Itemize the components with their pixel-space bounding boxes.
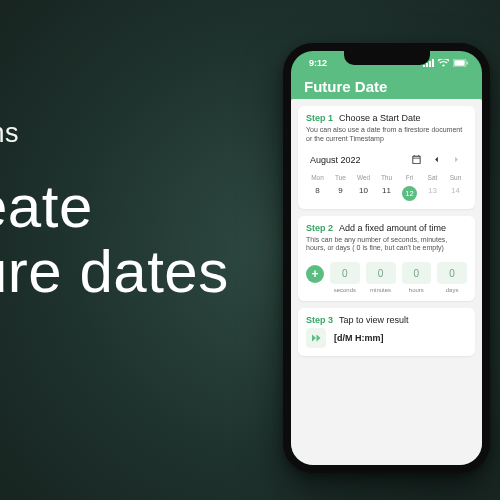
calendar-day-selected[interactable]: 12: [398, 186, 421, 201]
background-headline: ons eate ure dates: [0, 118, 229, 305]
status-time: 9:12: [309, 58, 327, 68]
fast-forward-icon[interactable]: [306, 328, 326, 348]
step2-title: Add a fixed amount of time: [339, 223, 446, 233]
step2-label: Step 2: [306, 223, 333, 233]
step1-title: Choose a Start Date: [339, 113, 421, 123]
days-label: days: [446, 287, 459, 293]
background-subtitle: ons: [0, 118, 229, 149]
calendar-day[interactable]: 14: [444, 186, 467, 201]
minutes-label: minutes: [370, 287, 391, 293]
background-headline-line2: ure dates: [0, 240, 229, 305]
step1-description: You can also use a date from a firestore…: [306, 126, 467, 144]
seconds-field: 0 seconds: [330, 262, 360, 293]
phone-frame: 9:12 Future Date Step: [283, 43, 490, 473]
promo-stage: ons eate ure dates 9:12: [0, 0, 500, 500]
calendar-dow: Fri: [398, 174, 421, 181]
result-format: [d/M H:mm]: [334, 333, 384, 343]
hours-field: 0 hours: [402, 262, 432, 293]
calendar-day[interactable]: 11: [375, 186, 398, 201]
calendar-dow: Sun: [444, 174, 467, 181]
calendar-header: August 2022: [306, 153, 467, 167]
seconds-label: seconds: [334, 287, 356, 293]
calendar-month-label: August 2022: [310, 155, 361, 165]
step3-label: Step 3: [306, 315, 333, 325]
result-row: [d/M H:mm]: [306, 328, 467, 348]
step1-card: Step 1 Choose a Start Date You can also …: [298, 106, 475, 209]
days-input[interactable]: 0: [437, 262, 467, 284]
minutes-field: 0 minutes: [366, 262, 396, 293]
step2-description: This can be any number of seconds, minut…: [306, 236, 467, 254]
phone-notch: [344, 51, 430, 65]
hours-input[interactable]: 0: [402, 262, 432, 284]
step2-card: Step 2 Add a fixed amount of time This c…: [298, 216, 475, 302]
calendar-day[interactable]: 10: [352, 186, 375, 201]
content-area: Step 1 Choose a Start Date You can also …: [291, 99, 482, 465]
battery-icon: [453, 59, 469, 67]
calendar-grid: Mon Tue Wed Thu Fri Sat Sun 8 9 10 11 12…: [306, 174, 467, 201]
calendar-day[interactable]: 8: [306, 186, 329, 201]
calendar-dow: Thu: [375, 174, 398, 181]
days-field: 0 days: [437, 262, 467, 293]
background-headline-line1: eate: [0, 175, 229, 240]
calendar-day[interactable]: 9: [329, 186, 352, 201]
calendar-picker-icon[interactable]: [409, 153, 423, 167]
step1-label: Step 1: [306, 113, 333, 123]
svg-rect-1: [454, 60, 464, 65]
plus-icon[interactable]: +: [306, 265, 324, 283]
hours-label: hours: [409, 287, 424, 293]
time-units-row: + 0 seconds 0 minutes 0 hours: [306, 262, 467, 293]
wifi-icon: [438, 59, 449, 67]
step3-title: Tap to view result: [339, 315, 409, 325]
calendar-prev-icon[interactable]: [429, 153, 443, 167]
calendar-dow: Mon: [306, 174, 329, 181]
calendar-dow: Sat: [421, 174, 444, 181]
calendar-day[interactable]: 13: [421, 186, 444, 201]
status-icons: [423, 59, 469, 67]
svg-rect-2: [467, 62, 468, 65]
minutes-input[interactable]: 0: [366, 262, 396, 284]
calendar-next-icon[interactable]: [449, 153, 463, 167]
step3-card: Step 3 Tap to view result [d/M H:mm]: [298, 308, 475, 356]
calendar-dow: Wed: [352, 174, 375, 181]
calendar-dow: Tue: [329, 174, 352, 181]
phone-screen: 9:12 Future Date Step: [291, 51, 482, 465]
seconds-input[interactable]: 0: [330, 262, 360, 284]
